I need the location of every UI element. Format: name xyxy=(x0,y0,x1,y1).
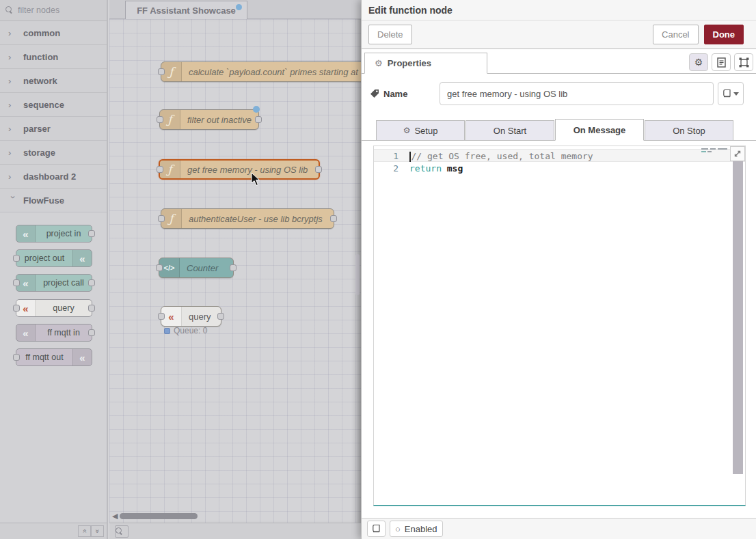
flow-tab[interactable]: FF Assistant Showcase xyxy=(125,1,247,19)
line-number: 1 xyxy=(374,150,409,161)
palette-node-label: query xyxy=(36,303,92,313)
properties-tab-label: Properties xyxy=(388,58,431,68)
node-settings-button[interactable]: ⚙ xyxy=(689,53,708,71)
output-port[interactable] xyxy=(88,305,95,312)
input-port[interactable] xyxy=(13,255,20,262)
expand-icon xyxy=(733,150,742,158)
code-keyword: return xyxy=(409,163,442,174)
enabled-toggle-button[interactable]: ○ Enabled xyxy=(390,521,443,537)
vertical-scroll-thumb[interactable] xyxy=(355,254,360,295)
input-port[interactable] xyxy=(13,354,20,361)
node-counter[interactable]: </> Counter xyxy=(159,258,234,278)
workspace-footer xyxy=(109,523,361,539)
palette-node-ff-mqtt-out[interactable]: ff mqtt out « xyxy=(16,348,92,366)
caret-down-icon xyxy=(733,92,739,96)
search-flows-button[interactable] xyxy=(115,525,129,538)
node-calculate-primes[interactable]: ƒ calculate `payload.count` primes start… xyxy=(161,61,361,82)
palette-category-dashboard2[interactable]: › dashboard 2 xyxy=(0,165,107,189)
tray-toolbar: Delete Cancel Done xyxy=(362,20,756,49)
palette-search xyxy=(0,0,107,21)
done-button[interactable]: Done xyxy=(704,25,744,44)
output-port[interactable] xyxy=(88,329,95,336)
palette-node-project-call[interactable]: « project call xyxy=(16,274,92,292)
palette-node-label: project call xyxy=(36,278,92,288)
book-icon xyxy=(373,525,380,534)
tab-on-message[interactable]: On Message xyxy=(555,119,644,141)
text-cursor xyxy=(409,152,411,162)
flow-canvas[interactable]: ƒ calculate `payload.count` primes start… xyxy=(109,19,361,523)
palette-category-common[interactable]: › common xyxy=(0,21,107,45)
node-query[interactable]: « query xyxy=(161,306,221,327)
input-port[interactable] xyxy=(156,264,163,271)
input-port[interactable] xyxy=(13,305,20,312)
status-text: Queue: 0 xyxy=(174,326,207,335)
collapse-all-button[interactable]: » xyxy=(78,525,91,537)
palette-category-sequence[interactable]: › sequence xyxy=(0,93,107,117)
output-port[interactable] xyxy=(88,230,95,237)
palette-category-parser[interactable]: › parser xyxy=(0,117,107,141)
code-comment: // get OS free, used, total memory xyxy=(411,151,593,161)
function-tab-bar: ⚙ Setup On Start On Message On Stop xyxy=(362,118,756,141)
delete-button[interactable]: Delete xyxy=(368,25,412,44)
tab-properties[interactable]: ⚙ Properties xyxy=(364,53,487,74)
code-editor[interactable]: 1 // get OS free, used, total memory 2 r… xyxy=(373,146,746,506)
workspace: FF Assistant Showcase ƒ calculate `paylo… xyxy=(109,0,361,539)
input-port[interactable] xyxy=(158,313,165,320)
palette-node-project-out[interactable]: project out « xyxy=(16,249,92,267)
tab-setup[interactable]: ⚙ Setup xyxy=(376,120,465,141)
palette-node-project-in[interactable]: « project in xyxy=(16,225,92,243)
enabled-label: Enabled xyxy=(405,524,437,534)
palette-search-input[interactable] xyxy=(18,5,93,15)
code-line-1[interactable]: 1 // get OS free, used, total memory xyxy=(374,149,745,162)
input-port[interactable] xyxy=(157,166,163,173)
appearance-icon xyxy=(739,57,749,68)
palette-category-storage[interactable]: › storage xyxy=(0,141,107,165)
tab-label: On Message xyxy=(573,125,626,135)
expand-all-button[interactable]: » xyxy=(91,525,104,537)
node-red-editor: › common › function › network › sequence… xyxy=(0,0,756,539)
input-port[interactable] xyxy=(158,68,165,75)
properties-tab-bar: ⚙ Properties ⚙ xyxy=(362,51,756,74)
code-line-2[interactable]: 2 return msg xyxy=(374,162,745,175)
output-port[interactable] xyxy=(88,279,95,286)
name-input[interactable] xyxy=(440,82,714,105)
node-get-free-memory[interactable]: ƒ get free memory - using OS lib xyxy=(159,159,320,180)
tab-on-stop[interactable]: On Stop xyxy=(645,120,733,141)
cancel-button[interactable]: Cancel xyxy=(653,25,698,44)
minimap-scrollbar[interactable] xyxy=(733,148,743,474)
output-port[interactable] xyxy=(230,264,237,271)
output-port[interactable] xyxy=(330,215,337,222)
scroll-left-icon[interactable]: ◀ xyxy=(112,512,118,521)
node-label: query xyxy=(182,312,221,322)
modified-dot-icon xyxy=(236,4,242,10)
tab-on-start[interactable]: On Start xyxy=(465,120,554,141)
node-authenticate-user[interactable]: ƒ authenticateUser - use lib bcryptjs xyxy=(161,208,334,229)
name-label: Name xyxy=(383,89,440,99)
horizontal-scrollbar[interactable]: ◀ xyxy=(112,512,198,521)
chevron-right-icon: › xyxy=(8,76,18,86)
palette-node-query[interactable]: « query xyxy=(16,299,92,317)
palette-node-label: project out xyxy=(16,253,72,263)
library-button[interactable] xyxy=(718,82,744,105)
output-port[interactable] xyxy=(217,313,224,320)
node-description-button[interactable] xyxy=(712,53,731,71)
category-label: parser xyxy=(23,124,51,134)
horizontal-scroll-thumb[interactable] xyxy=(120,513,198,519)
output-port[interactable] xyxy=(255,116,262,123)
palette-category-network[interactable]: › network xyxy=(0,69,107,93)
modified-dot-icon xyxy=(253,106,260,113)
palette-category-function[interactable]: › function xyxy=(0,45,107,69)
input-port[interactable] xyxy=(158,215,165,222)
expand-editor-button[interactable] xyxy=(730,146,745,161)
input-port[interactable] xyxy=(13,279,20,286)
output-port[interactable] xyxy=(315,166,322,173)
node-label: get free memory - using OS lib xyxy=(180,165,319,175)
library-footer-button[interactable] xyxy=(367,521,386,537)
palette-node-ff-mqtt-in[interactable]: « ff mqtt in xyxy=(16,324,92,342)
palette-category-flowfuse[interactable]: › FlowFuse xyxy=(0,189,107,212)
node-appearance-button[interactable] xyxy=(734,53,753,71)
input-port[interactable] xyxy=(157,116,163,123)
node-filter-out-inactive[interactable]: ƒ filter out inactive xyxy=(159,109,259,130)
tray-title: Edit function node xyxy=(368,5,453,16)
category-label: sequence xyxy=(23,100,64,110)
